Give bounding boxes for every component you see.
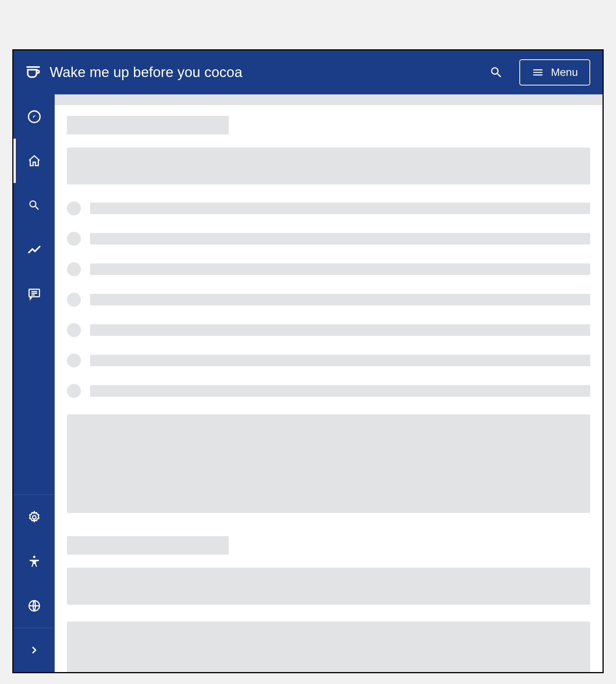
skeleton-title xyxy=(67,116,229,134)
sidebar-item-explore[interactable] xyxy=(13,94,55,139)
gear-icon xyxy=(27,510,41,524)
skeleton-list-item xyxy=(67,293,590,307)
skeleton-dot xyxy=(67,232,81,246)
body xyxy=(13,94,603,672)
sidebar-top xyxy=(13,94,55,495)
globe-icon xyxy=(27,599,41,613)
svg-point-3 xyxy=(32,515,36,519)
search-button[interactable] xyxy=(485,61,508,84)
skeleton-list-item xyxy=(67,323,590,337)
page-title: Wake me up before you cocoa xyxy=(50,64,485,80)
skeleton-tall-block xyxy=(67,622,590,672)
skeleton-title xyxy=(67,536,229,555)
skeleton-block xyxy=(67,568,590,605)
content-section-1 xyxy=(55,105,603,513)
sidebar-expand[interactable] xyxy=(13,628,55,672)
main-content xyxy=(55,94,603,672)
sidebar-item-language[interactable] xyxy=(13,583,55,628)
accessibility-icon xyxy=(27,555,41,568)
skeleton-dot xyxy=(67,323,81,337)
timeline-icon xyxy=(27,242,42,257)
svg-marker-1 xyxy=(32,115,35,118)
skeleton-list-item xyxy=(67,384,590,398)
skeleton-line xyxy=(90,355,590,366)
sidebar-item-trends[interactable] xyxy=(13,227,55,272)
menu-icon xyxy=(532,66,544,79)
chevron-right-icon xyxy=(29,645,40,656)
skeleton-list-item xyxy=(67,354,590,367)
skeleton-dot xyxy=(67,384,81,398)
sidebar-item-comments[interactable] xyxy=(13,272,55,316)
skeleton-line xyxy=(90,233,590,245)
skeleton-line xyxy=(90,385,590,397)
skeleton-line xyxy=(90,263,590,275)
app-window: Wake me up before you cocoa Menu xyxy=(12,49,604,673)
sidebar-item-home[interactable] xyxy=(13,139,55,183)
top-spacer xyxy=(55,94,603,105)
skeleton-list-item xyxy=(67,232,590,246)
skeleton-line xyxy=(90,203,590,214)
sidebar-item-settings[interactable] xyxy=(13,495,55,539)
skeleton-dot xyxy=(67,354,81,367)
coffee-icon xyxy=(25,64,41,80)
sidebar-item-accessibility[interactable] xyxy=(13,539,55,583)
skeleton-dot xyxy=(67,262,81,276)
menu-button[interactable]: Menu xyxy=(519,59,590,86)
skeleton-list-item xyxy=(67,262,590,276)
skeleton-dot xyxy=(67,201,81,215)
skeleton-dot xyxy=(67,293,81,307)
header: Wake me up before you cocoa Menu xyxy=(13,50,603,94)
skeleton-line xyxy=(90,324,590,336)
content-section-2 xyxy=(55,525,603,672)
sidebar-item-search[interactable] xyxy=(13,183,55,227)
skeleton-tall-block xyxy=(67,414,590,513)
skeleton-block xyxy=(67,148,590,184)
compass-icon xyxy=(27,109,42,124)
search-icon xyxy=(489,65,503,79)
sidebar-bottom xyxy=(13,495,55,672)
home-icon xyxy=(27,154,41,168)
skeleton-line xyxy=(90,294,590,305)
menu-label: Menu xyxy=(551,66,578,79)
search-icon xyxy=(28,199,41,212)
svg-point-4 xyxy=(33,556,35,558)
skeleton-list-item xyxy=(67,201,590,215)
sidebar xyxy=(13,94,55,672)
comment-icon xyxy=(27,287,41,301)
